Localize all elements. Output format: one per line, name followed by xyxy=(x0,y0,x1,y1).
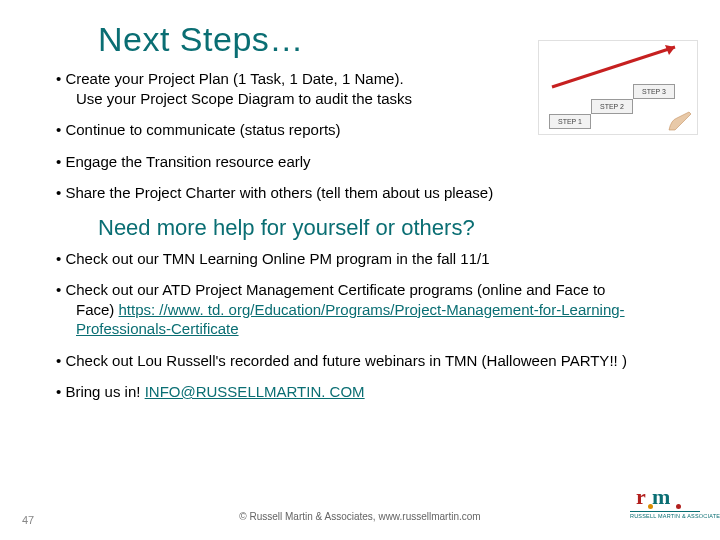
svg-line-0 xyxy=(552,47,675,87)
logo-r-icon: r xyxy=(636,484,646,510)
bullet-text: Share the Project Charter with others (t… xyxy=(65,184,493,201)
logo-dot-icon xyxy=(676,504,681,509)
steps-illustration: STEP 1 STEP 2 STEP 3 xyxy=(538,40,698,135)
hand-icon xyxy=(667,110,695,132)
bullet-text: Bring us in! xyxy=(65,383,144,400)
bullet-item: Check out our ATD Project Management Cer… xyxy=(56,280,692,339)
bullet-item: Bring us in! INFO@RUSSELLMARTIN. COM xyxy=(56,382,692,402)
bullet-text: Check out our ATD Project Management Cer… xyxy=(65,281,605,298)
bullet-text-prefix: Face) xyxy=(76,301,119,318)
step-2-label: STEP 2 xyxy=(591,99,633,114)
rma-logo: r m RUSSELL MARTIN & ASSOCIATES xyxy=(630,486,702,526)
slide: Next Steps… STEP 1 STEP 2 STEP 3 Create … xyxy=(0,0,720,540)
step-1-label: STEP 1 xyxy=(549,114,591,129)
logo-text: RUSSELL MARTIN & ASSOCIATES xyxy=(630,513,720,519)
bullet-item: Share the Project Charter with others (t… xyxy=(56,183,692,203)
atd-link[interactable]: https: //www. td. org/Education/Programs… xyxy=(119,301,625,318)
bullet-text-line2: Face) https: //www. td. org/Education/Pr… xyxy=(76,300,692,320)
bullet-text: Check out Lou Russell's recorded and fut… xyxy=(65,352,626,369)
bullet-text: Create your Project Plan (1 Task, 1 Date… xyxy=(65,70,403,87)
step-3-label: STEP 3 xyxy=(633,84,675,99)
bullet-text: Check out our TMN Learning Online PM pro… xyxy=(65,250,489,267)
logo-divider xyxy=(630,511,700,512)
slide-subtitle: Need more help for yourself or others? xyxy=(98,215,692,241)
bullet-text-line3: Professionals-Certificate xyxy=(76,319,692,339)
email-link[interactable]: INFO@RUSSELLMARTIN. COM xyxy=(145,383,365,400)
copyright-text: © Russell Martin & Associates, www.russe… xyxy=(0,511,720,522)
bullet-item: Check out Lou Russell's recorded and fut… xyxy=(56,351,692,371)
bullet-item: Check out our TMN Learning Online PM pro… xyxy=(56,249,692,269)
bullets-section-2: Check out our TMN Learning Online PM pro… xyxy=(28,249,692,402)
footer: 47 © Russell Martin & Associates, www.ru… xyxy=(0,500,720,526)
atd-link-cont[interactable]: Professionals-Certificate xyxy=(76,320,239,337)
logo-m-icon: m xyxy=(652,484,670,510)
bullet-text: Continue to communicate (status reports) xyxy=(65,121,340,138)
bullet-item: Engage the Transition resource early xyxy=(56,152,692,172)
bullet-text: Engage the Transition resource early xyxy=(65,153,310,170)
